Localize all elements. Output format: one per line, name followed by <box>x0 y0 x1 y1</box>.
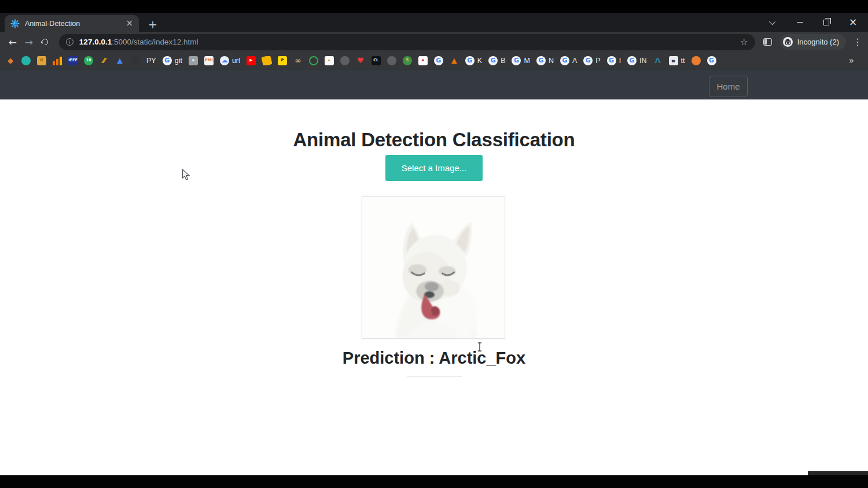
ieee-icon[interactable]: IEEE <box>68 56 78 65</box>
google-b-bookmark-glyph: G <box>488 56 498 65</box>
google-a-bookmark[interactable]: GA <box>560 56 577 65</box>
google-n-bookmark[interactable]: GN <box>536 56 554 65</box>
site-info-icon[interactable] <box>66 38 73 46</box>
camera-icon-glyph: ▪ <box>189 56 198 65</box>
mouse-cursor <box>182 169 190 181</box>
page-title: Animal Detection Classification <box>0 129 868 151</box>
google-k-bookmark-label: K <box>477 57 482 65</box>
browser-tab-strip: Animal-Detection × + × <box>0 13 868 32</box>
google-git-bookmark-label: git <box>175 57 182 65</box>
bookmarks-overflow-button[interactable]: » <box>844 56 862 66</box>
window-close-button[interactable]: × <box>848 18 858 27</box>
screen: Animal-Detection × + × ← → 127.0.0.1:500… <box>0 0 868 488</box>
google-i-bookmark[interactable]: GI <box>607 56 621 65</box>
url-path: :5000/static/index12.html <box>112 38 198 46</box>
mountain-icon-glyph: Λ <box>653 56 663 65</box>
google-b-bookmark[interactable]: GB <box>488 56 505 65</box>
monitor-tt-bookmark-label: tt <box>681 57 685 65</box>
analytics-bars-icon[interactable] <box>53 56 62 65</box>
globe-icon-2[interactable] <box>387 56 396 65</box>
google-git-bookmark[interactable]: Ggit <box>163 56 182 65</box>
green-ring-icon-glyph <box>309 56 318 65</box>
incognito-badge[interactable]: Incognito (2) <box>780 34 846 50</box>
glasses-icon-glyph: ∞ <box>293 56 303 65</box>
matlab-icon[interactable]: ▲ <box>450 56 459 65</box>
google-p-bookmark[interactable]: GP <box>583 56 600 65</box>
eagle-page-icon[interactable]: ▸ <box>325 56 334 65</box>
prediction-text: Prediction : Arctic_Fox <box>0 349 868 368</box>
heart-icon-glyph: ♥ <box>356 56 365 65</box>
globe-icon[interactable] <box>340 56 350 65</box>
url-host: 127.0.0.1 <box>79 38 112 46</box>
sticker-icon[interactable] <box>262 56 271 65</box>
google-ads-icon[interactable]: ▲ <box>115 56 124 65</box>
page-content: Animal Detection Classification Select a… <box>0 99 868 475</box>
google-m-bookmark[interactable]: GM <box>512 56 529 65</box>
google-in-bookmark-label: IN <box>639 57 647 65</box>
airtel-icon[interactable]: a <box>418 56 428 65</box>
green-ring-icon[interactable] <box>309 56 318 65</box>
google-a-bookmark-glyph: G <box>560 56 569 65</box>
forward-button[interactable]: → <box>21 36 37 48</box>
tab-close-icon[interactable]: × <box>126 19 133 28</box>
eagle-page-icon-glyph: ▸ <box>325 56 334 65</box>
mountain-icon[interactable]: Λ <box>653 56 663 65</box>
coin-icon[interactable]: 5 <box>403 56 412 65</box>
monitor-tt-bookmark-glyph: ▄ <box>669 56 678 65</box>
godaddy-icon[interactable] <box>21 56 31 65</box>
window-restore-button[interactable] <box>822 18 831 27</box>
google-p-bookmark-glyph: G <box>583 56 593 65</box>
sun-icon[interactable] <box>692 56 701 65</box>
reload-button[interactable] <box>37 39 53 45</box>
url-cloud-bookmark-label: url <box>232 57 240 65</box>
google-git-bookmark-glyph: G <box>163 56 172 65</box>
browser-menu-icon[interactable]: ⋮ <box>853 36 862 47</box>
window-minimize-button[interactable] <box>795 18 804 27</box>
new-tab-button[interactable]: + <box>146 17 160 31</box>
google-bookmark-1[interactable]: G <box>434 56 443 65</box>
url-cloud-bookmark[interactable]: ☁url <box>220 56 240 65</box>
github-icon[interactable] <box>131 56 140 65</box>
ads-slashes-icon[interactable]: ⁄⁄ <box>100 56 109 65</box>
google-b-bookmark-label: B <box>501 57 505 65</box>
bookmarks-bar: ◆GIEEE18⁄⁄▲PYGgit▪PMI☁url▶P∞▸♥CL5aG▲GKGB… <box>0 52 868 69</box>
cl-badge-icon[interactable]: CL <box>372 56 381 65</box>
globe-icon-glyph <box>340 56 350 65</box>
pmi-icon[interactable]: PMI <box>204 56 214 65</box>
glasses-icon[interactable]: ∞ <box>293 56 303 65</box>
orange-arrow-icon-glyph: ◆ <box>6 56 15 65</box>
coin-icon-glyph: 5 <box>403 56 412 65</box>
google-m-bookmark-label: M <box>524 57 529 65</box>
back-button[interactable]: ← <box>5 36 21 48</box>
analytics-bars-icon-glyph <box>53 56 62 65</box>
tab-search-chevron-icon[interactable] <box>768 18 778 27</box>
bookmark-star-icon[interactable]: ☆ <box>740 36 748 47</box>
google-n-bookmark-glyph: G <box>536 56 546 65</box>
address-bar[interactable]: 127.0.0.1:5000/static/index12.html ☆ <box>59 34 755 50</box>
cube-icon[interactable]: G <box>37 56 46 65</box>
github-icon-glyph <box>131 56 140 65</box>
browser-tab-animal-detection[interactable]: Animal-Detection × <box>5 15 139 32</box>
google-k-bookmark[interactable]: GK <box>465 56 482 65</box>
p-badge-icon[interactable]: P <box>278 56 287 65</box>
google-bookmark-2[interactable]: G <box>707 56 716 65</box>
cl-badge-icon-glyph: CL <box>372 56 381 65</box>
pmi-icon-glyph: PMI <box>204 56 214 65</box>
page-navbar: Home <box>0 69 868 99</box>
uploaded-image-card <box>362 196 505 339</box>
heart-icon[interactable]: ♥ <box>356 56 365 65</box>
google-in-bookmark[interactable]: GIN <box>627 56 647 65</box>
home-button[interactable]: Home <box>709 76 748 97</box>
youtube-icon-glyph: ▶ <box>247 56 256 65</box>
side-panel-icon[interactable] <box>763 38 772 46</box>
py-bookmark[interactable]: PY <box>146 57 156 65</box>
text-cursor <box>477 342 483 352</box>
select-image-button[interactable]: Select a Image... <box>385 155 483 181</box>
badge-18-icon[interactable]: 18 <box>84 56 93 65</box>
monitor-tt-bookmark[interactable]: ▄tt <box>669 56 685 65</box>
tab-favicon-icon <box>10 19 20 28</box>
camera-icon[interactable]: ▪ <box>189 56 198 65</box>
orange-arrow-icon[interactable]: ◆ <box>6 56 15 65</box>
google-n-bookmark-label: N <box>549 57 554 65</box>
youtube-icon[interactable]: ▶ <box>247 56 256 65</box>
